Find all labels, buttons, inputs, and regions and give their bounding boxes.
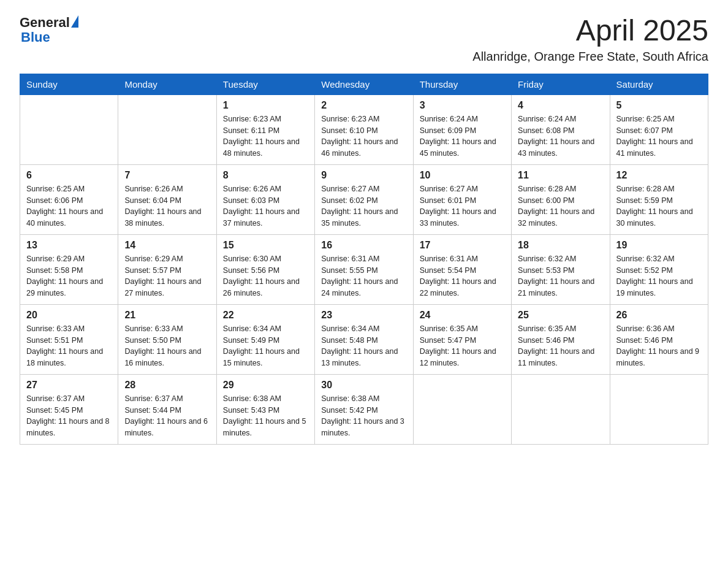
- day-number: 8: [223, 170, 308, 181]
- location-title: Allanridge, Orange Free State, South Afr…: [472, 50, 708, 64]
- day-number: 1: [223, 100, 308, 111]
- day-info: Sunrise: 6:38 AMSunset: 5:43 PMDaylight:…: [223, 393, 308, 439]
- calendar-cell: [118, 94, 216, 164]
- calendar-cell: 9Sunrise: 6:27 AMSunset: 6:02 PMDaylight…: [315, 164, 413, 234]
- calendar-cell: 8Sunrise: 6:26 AMSunset: 6:03 PMDaylight…: [216, 164, 314, 234]
- day-number: 20: [26, 310, 112, 321]
- calendar-cell: 20Sunrise: 6:33 AMSunset: 5:51 PMDayligh…: [20, 304, 118, 374]
- calendar-cell: 7Sunrise: 6:26 AMSunset: 6:04 PMDaylight…: [118, 164, 216, 234]
- day-info: Sunrise: 6:36 AMSunset: 5:46 PMDaylight:…: [616, 323, 702, 369]
- day-number: 12: [616, 170, 702, 181]
- calendar-cell: 17Sunrise: 6:31 AMSunset: 5:54 PMDayligh…: [413, 234, 511, 304]
- day-info: Sunrise: 6:30 AMSunset: 5:56 PMDaylight:…: [223, 253, 308, 299]
- calendar-cell: 24Sunrise: 6:35 AMSunset: 5:47 PMDayligh…: [413, 304, 511, 374]
- day-info: Sunrise: 6:31 AMSunset: 5:54 PMDaylight:…: [420, 253, 505, 299]
- calendar-cell: 4Sunrise: 6:24 AMSunset: 6:08 PMDaylight…: [512, 94, 610, 164]
- day-info: Sunrise: 6:32 AMSunset: 5:53 PMDaylight:…: [518, 253, 603, 299]
- day-number: 11: [518, 170, 603, 181]
- day-info: Sunrise: 6:28 AMSunset: 6:00 PMDaylight:…: [518, 183, 603, 229]
- day-info: Sunrise: 6:27 AMSunset: 6:01 PMDaylight:…: [420, 183, 505, 229]
- day-info: Sunrise: 6:25 AMSunset: 6:07 PMDaylight:…: [616, 113, 702, 159]
- weekday-header-sunday: Sunday: [20, 74, 118, 94]
- logo-triangle-icon: [71, 15, 78, 28]
- calendar-table: SundayMondayTuesdayWednesdayThursdayFrid…: [20, 74, 708, 445]
- day-info: Sunrise: 6:23 AMSunset: 6:10 PMDaylight:…: [321, 113, 406, 159]
- calendar-cell: 5Sunrise: 6:25 AMSunset: 6:07 PMDaylight…: [610, 94, 708, 164]
- day-number: 28: [124, 380, 210, 391]
- day-info: Sunrise: 6:34 AMSunset: 5:49 PMDaylight:…: [223, 323, 308, 369]
- day-number: 26: [616, 310, 702, 321]
- calendar-cell: 10Sunrise: 6:27 AMSunset: 6:01 PMDayligh…: [413, 164, 511, 234]
- day-number: 30: [321, 380, 406, 391]
- calendar-cell: 26Sunrise: 6:36 AMSunset: 5:46 PMDayligh…: [610, 304, 708, 374]
- calendar-week-row: 27Sunrise: 6:37 AMSunset: 5:45 PMDayligh…: [20, 374, 708, 444]
- day-info: Sunrise: 6:24 AMSunset: 6:09 PMDaylight:…: [420, 113, 505, 159]
- day-info: Sunrise: 6:34 AMSunset: 5:48 PMDaylight:…: [321, 323, 406, 369]
- calendar-cell: [413, 374, 511, 444]
- month-title: April 2025: [472, 15, 708, 47]
- day-info: Sunrise: 6:35 AMSunset: 5:47 PMDaylight:…: [420, 323, 505, 369]
- day-number: 10: [420, 170, 505, 181]
- day-info: Sunrise: 6:38 AMSunset: 5:42 PMDaylight:…: [321, 393, 406, 439]
- day-info: Sunrise: 6:26 AMSunset: 6:04 PMDaylight:…: [124, 183, 210, 229]
- day-number: 23: [321, 310, 406, 321]
- day-number: 29: [223, 380, 308, 391]
- calendar-cell: 12Sunrise: 6:28 AMSunset: 5:59 PMDayligh…: [610, 164, 708, 234]
- day-number: 7: [124, 170, 210, 181]
- calendar-cell: 18Sunrise: 6:32 AMSunset: 5:53 PMDayligh…: [512, 234, 610, 304]
- weekday-header-wednesday: Wednesday: [315, 74, 413, 94]
- day-info: Sunrise: 6:33 AMSunset: 5:51 PMDaylight:…: [26, 323, 112, 369]
- day-number: 9: [321, 170, 406, 181]
- day-number: 6: [26, 170, 112, 181]
- day-info: Sunrise: 6:26 AMSunset: 6:03 PMDaylight:…: [223, 183, 308, 229]
- day-info: Sunrise: 6:31 AMSunset: 5:55 PMDaylight:…: [321, 253, 406, 299]
- calendar-cell: 28Sunrise: 6:37 AMSunset: 5:44 PMDayligh…: [118, 374, 216, 444]
- day-info: Sunrise: 6:35 AMSunset: 5:46 PMDaylight:…: [518, 323, 603, 369]
- calendar-cell: 30Sunrise: 6:38 AMSunset: 5:42 PMDayligh…: [315, 374, 413, 444]
- day-number: 15: [223, 240, 308, 251]
- day-number: 5: [616, 100, 702, 111]
- calendar-cell: 1Sunrise: 6:23 AMSunset: 6:11 PMDaylight…: [216, 94, 314, 164]
- day-info: Sunrise: 6:33 AMSunset: 5:50 PMDaylight:…: [124, 323, 210, 369]
- logo-general-text: General: [20, 15, 70, 31]
- day-number: 3: [420, 100, 505, 111]
- day-number: 14: [124, 240, 210, 251]
- day-info: Sunrise: 6:23 AMSunset: 6:11 PMDaylight:…: [223, 113, 308, 159]
- day-number: 16: [321, 240, 406, 251]
- title-area: April 2025 Allanridge, Orange Free State…: [472, 15, 708, 64]
- weekday-header-tuesday: Tuesday: [216, 74, 314, 94]
- day-number: 19: [616, 240, 702, 251]
- day-number: 18: [518, 240, 603, 251]
- calendar-cell: 14Sunrise: 6:29 AMSunset: 5:57 PMDayligh…: [118, 234, 216, 304]
- calendar-cell: 6Sunrise: 6:25 AMSunset: 6:06 PMDaylight…: [20, 164, 118, 234]
- logo-blue-text: Blue: [21, 29, 50, 45]
- day-number: 13: [26, 240, 112, 251]
- day-number: 25: [518, 310, 603, 321]
- calendar-cell: 11Sunrise: 6:28 AMSunset: 6:00 PMDayligh…: [512, 164, 610, 234]
- day-info: Sunrise: 6:24 AMSunset: 6:08 PMDaylight:…: [518, 113, 603, 159]
- day-number: 24: [420, 310, 505, 321]
- day-info: Sunrise: 6:37 AMSunset: 5:45 PMDaylight:…: [26, 393, 112, 439]
- weekday-header-friday: Friday: [512, 74, 610, 94]
- calendar-cell: 25Sunrise: 6:35 AMSunset: 5:46 PMDayligh…: [512, 304, 610, 374]
- calendar-cell: 15Sunrise: 6:30 AMSunset: 5:56 PMDayligh…: [216, 234, 314, 304]
- day-info: Sunrise: 6:25 AMSunset: 6:06 PMDaylight:…: [26, 183, 112, 229]
- calendar-week-row: 20Sunrise: 6:33 AMSunset: 5:51 PMDayligh…: [20, 304, 708, 374]
- calendar-week-row: 6Sunrise: 6:25 AMSunset: 6:06 PMDaylight…: [20, 164, 708, 234]
- day-number: 4: [518, 100, 603, 111]
- calendar-cell: 19Sunrise: 6:32 AMSunset: 5:52 PMDayligh…: [610, 234, 708, 304]
- page-header: General Blue April 2025 Allanridge, Oran…: [20, 15, 708, 64]
- calendar-cell: 23Sunrise: 6:34 AMSunset: 5:48 PMDayligh…: [315, 304, 413, 374]
- calendar-cell: 16Sunrise: 6:31 AMSunset: 5:55 PMDayligh…: [315, 234, 413, 304]
- weekday-header-saturday: Saturday: [610, 74, 708, 94]
- calendar-cell: [512, 374, 610, 444]
- day-info: Sunrise: 6:32 AMSunset: 5:52 PMDaylight:…: [616, 253, 702, 299]
- calendar-cell: 21Sunrise: 6:33 AMSunset: 5:50 PMDayligh…: [118, 304, 216, 374]
- calendar-cell: 29Sunrise: 6:38 AMSunset: 5:43 PMDayligh…: [216, 374, 314, 444]
- day-info: Sunrise: 6:27 AMSunset: 6:02 PMDaylight:…: [321, 183, 406, 229]
- day-info: Sunrise: 6:37 AMSunset: 5:44 PMDaylight:…: [124, 393, 210, 439]
- day-number: 27: [26, 380, 112, 391]
- day-number: 22: [223, 310, 308, 321]
- calendar-cell: 2Sunrise: 6:23 AMSunset: 6:10 PMDaylight…: [315, 94, 413, 164]
- weekday-header-row: SundayMondayTuesdayWednesdayThursdayFrid…: [20, 74, 708, 94]
